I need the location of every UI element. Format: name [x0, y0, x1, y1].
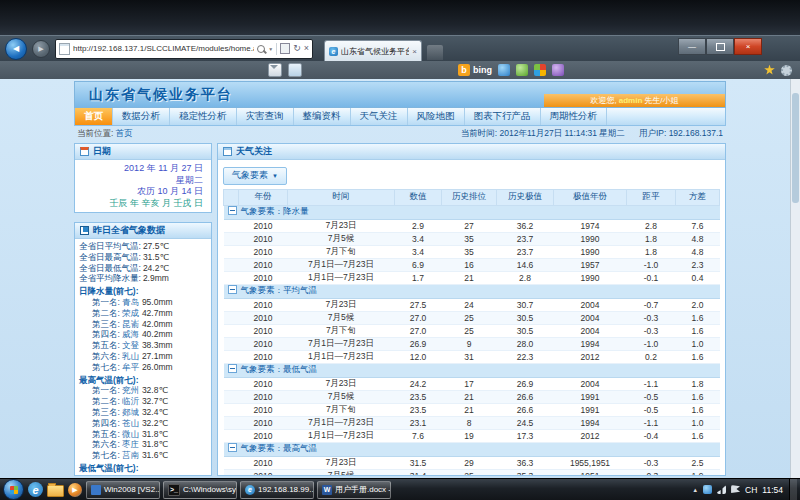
table-row[interactable]: 20101月1日—7月23日12.03122.320120.21.6 — [224, 350, 720, 363]
weather-widget-icon[interactable] — [552, 64, 564, 76]
station-link[interactable]: 苍山 — [122, 418, 139, 428]
element-group-row[interactable]: 气象要素：降水量 — [224, 205, 720, 219]
station-link[interactable]: 青岛 — [122, 297, 139, 307]
start-button[interactable] — [3, 479, 24, 500]
show-desktop-button[interactable] — [789, 479, 797, 500]
station-link[interactable]: 郯城 — [122, 407, 139, 417]
table-row[interactable]: 20101月1日—7月23日7.61917.32012-0.41.6 — [224, 429, 720, 442]
collapse-icon[interactable] — [228, 206, 237, 215]
taskbar-window-button[interactable]: W用户手册.docx -... — [317, 481, 391, 499]
bing-toolbar-button[interactable]: b bing — [458, 64, 492, 76]
new-tab-button[interactable] — [427, 45, 443, 60]
minimize-button[interactable]: — — [678, 38, 706, 55]
page-scrollbar[interactable] — [790, 79, 800, 478]
forward-button[interactable]: ▶ — [32, 40, 50, 58]
nav-item[interactable]: 风险地图 — [408, 108, 465, 125]
station-link[interactable]: 乳山 — [122, 351, 139, 361]
breadcrumb-current-page[interactable]: 首页 — [116, 128, 133, 138]
station-link[interactable]: 威海 — [122, 329, 139, 339]
rank-item[interactable]: 第七名:莒南31.6℃ — [79, 450, 207, 461]
rank-item[interactable]: 第一名:泰山16.7℃ — [79, 474, 207, 476]
station-link[interactable]: 微山 — [122, 429, 139, 439]
table-row[interactable]: 20101月1日—7月23日1.7212.81990-0.10.4 — [224, 271, 720, 284]
taskbar-explorer-icon[interactable] — [47, 482, 64, 498]
taskbar-window-button[interactable]: e192.168.18.99... — [240, 481, 314, 499]
rank-item[interactable]: 第六名:枣庄31.8℃ — [79, 439, 207, 450]
table-row[interactable]: 20107月1日—7月23日6.91614.61957-1.02.3 — [224, 258, 720, 271]
search-dropdown-icon[interactable]: ▼ — [268, 46, 273, 52]
taskbar-clock[interactable]: 11:54 — [762, 485, 783, 495]
station-link[interactable]: 兖州 — [122, 385, 139, 395]
rank-item[interactable]: 第七名:牟平26.0mm — [79, 362, 207, 373]
table-row[interactable]: 20107月下旬23.52126.61991-0.51.6 — [224, 403, 720, 416]
table-row[interactable]: 20107月5候31.42535.31951-0.31.9 — [224, 469, 720, 475]
nav-item[interactable]: 整编资料 — [294, 108, 351, 125]
tray-app-icon[interactable] — [703, 485, 712, 494]
table-row[interactable]: 20107月23日27.52430.72004-0.72.0 — [224, 298, 720, 311]
collapse-icon[interactable] — [228, 285, 237, 294]
nav-item[interactable]: 数据分析 — [113, 108, 170, 125]
station-link[interactable]: 昆嵛 — [122, 319, 139, 329]
taskbar-ie-icon[interactable]: e — [28, 482, 43, 497]
rank-item[interactable]: 第二名:荣成42.7mm — [79, 308, 207, 319]
network-icon[interactable] — [717, 485, 726, 494]
nav-item[interactable]: 首页 — [75, 108, 113, 125]
station-link[interactable]: 莒南 — [122, 450, 139, 460]
rank-item[interactable]: 第四名:威海40.2mm — [79, 329, 207, 340]
station-link[interactable]: 牟平 — [122, 362, 139, 372]
table-row[interactable]: 20107月5候27.02530.52004-0.31.6 — [224, 311, 720, 324]
nav-item[interactable]: 灾害查询 — [237, 108, 294, 125]
nav-item[interactable]: 图表下行产品 — [465, 108, 541, 125]
table-row[interactable]: 20107月23日31.52936.31955,1951-0.32.5 — [224, 456, 720, 469]
nav-item[interactable]: 稳定性分析 — [170, 108, 237, 125]
stop-icon[interactable]: × — [304, 44, 309, 53]
table-row[interactable]: 20107月5候23.52126.61991-0.51.6 — [224, 390, 720, 403]
table-row[interactable]: 20107月5候3.43523.719901.84.8 — [224, 232, 720, 245]
station-link[interactable]: 泰山 — [122, 474, 139, 476]
rank-item[interactable]: 第六名:乳山27.1mm — [79, 351, 207, 362]
taskbar-media-player-icon[interactable]: ▶ — [68, 483, 82, 497]
station-link[interactable]: 文登 — [122, 340, 139, 350]
taskbar-window-button[interactable]: >_C:\Windows\sys... — [163, 481, 237, 499]
favorites-star-icon[interactable] — [764, 65, 775, 76]
element-group-row[interactable]: 气象要素：最高气温 — [224, 442, 720, 456]
language-indicator[interactable]: CH — [745, 485, 757, 495]
tray-expand-icon[interactable]: ▲ — [692, 487, 698, 493]
action-center-flag-icon[interactable] — [731, 485, 740, 494]
station-link[interactable]: 枣庄 — [122, 439, 139, 449]
table-row[interactable]: 20107月23日24.21726.92004-1.11.8 — [224, 377, 720, 390]
scrollbar-thumb[interactable] — [792, 93, 799, 203]
collapse-icon[interactable] — [228, 443, 237, 452]
table-row[interactable]: 20107月1日—7月23日26.9928.01994-1.01.0 — [224, 337, 720, 350]
maximize-button[interactable] — [706, 38, 734, 55]
browser-tab[interactable]: e 山东省气候业务平台... × — [324, 40, 422, 61]
photos-icon[interactable] — [516, 64, 528, 76]
rank-item[interactable]: 第五名:微山31.8℃ — [79, 429, 207, 440]
element-filter-button[interactable]: 气象要素 ▼ — [223, 167, 287, 185]
mail-icon[interactable] — [268, 63, 282, 77]
back-button[interactable]: ◀ — [5, 38, 27, 60]
station-link[interactable]: 临沂 — [122, 396, 139, 406]
rank-item[interactable]: 第五名:文登38.3mm — [79, 340, 207, 351]
tab-close-icon[interactable]: × — [412, 47, 417, 56]
element-group-row[interactable]: 气象要素：平均气温 — [224, 284, 720, 298]
table-row[interactable]: 20107月1日—7月23日23.1824.51994-1.11.0 — [224, 416, 720, 429]
nav-item[interactable]: 天气关注 — [351, 108, 408, 125]
refresh-icon[interactable]: ↻ — [293, 44, 301, 53]
rank-item[interactable]: 第四名:苍山32.2℃ — [79, 418, 207, 429]
apps-icon[interactable] — [534, 64, 546, 76]
tools-gear-icon[interactable] — [781, 65, 792, 76]
compatibility-view-icon[interactable] — [280, 43, 290, 54]
rank-item[interactable]: 第二名:临沂32.7℃ — [79, 396, 207, 407]
station-link[interactable]: 荣成 — [122, 308, 139, 318]
nav-item[interactable]: 周期性分析 — [541, 108, 608, 125]
collapse-icon[interactable] — [228, 364, 237, 373]
rank-item[interactable]: 第三名:昆嵛42.0mm — [79, 319, 207, 330]
address-bar[interactable]: http://192.168.137.1/SLCCLIMATE/modules/… — [55, 39, 313, 59]
rank-item[interactable]: 第三名:郯城32.4℃ — [79, 407, 207, 418]
element-group-row[interactable]: 气象要素：最低气温 — [224, 363, 720, 377]
search-icon[interactable] — [257, 45, 265, 53]
table-row[interactable]: 20107月23日2.92736.219742.87.6 — [224, 219, 720, 232]
rank-item[interactable]: 第一名:兖州32.8℃ — [79, 385, 207, 396]
table-row[interactable]: 20107月下旬27.02530.52004-0.31.6 — [224, 324, 720, 337]
